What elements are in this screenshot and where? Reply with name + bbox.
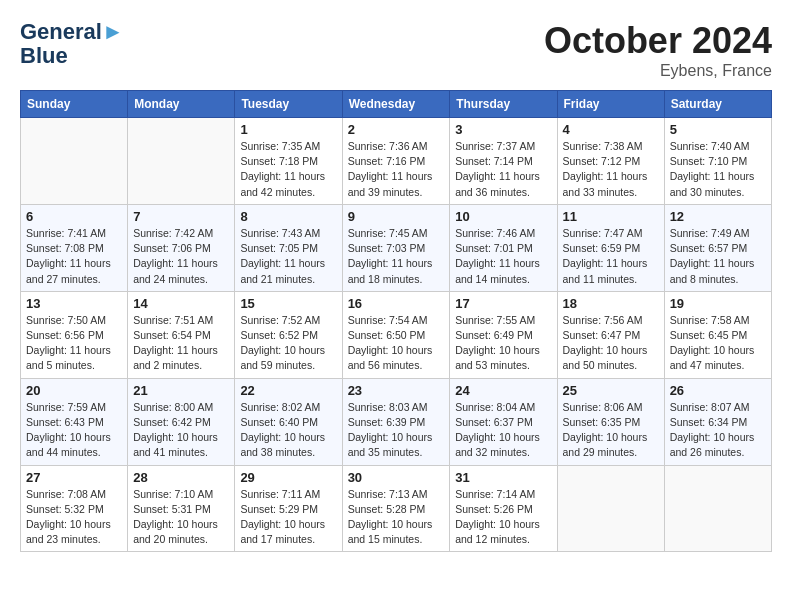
calendar-cell: 29Sunrise: 7:11 AMSunset: 5:29 PMDayligh… bbox=[235, 465, 342, 552]
calendar-cell: 4Sunrise: 7:38 AMSunset: 7:12 PMDaylight… bbox=[557, 118, 664, 205]
day-number: 12 bbox=[670, 209, 766, 224]
calendar-cell: 19Sunrise: 7:58 AMSunset: 6:45 PMDayligh… bbox=[664, 291, 771, 378]
day-number: 27 bbox=[26, 470, 122, 485]
calendar-cell bbox=[557, 465, 664, 552]
calendar-cell: 23Sunrise: 8:03 AMSunset: 6:39 PMDayligh… bbox=[342, 378, 450, 465]
day-number: 22 bbox=[240, 383, 336, 398]
calendar-cell: 20Sunrise: 7:59 AMSunset: 6:43 PMDayligh… bbox=[21, 378, 128, 465]
week-row-5: 27Sunrise: 7:08 AMSunset: 5:32 PMDayligh… bbox=[21, 465, 772, 552]
calendar-cell: 22Sunrise: 8:02 AMSunset: 6:40 PMDayligh… bbox=[235, 378, 342, 465]
day-number: 17 bbox=[455, 296, 551, 311]
calendar-cell: 9Sunrise: 7:45 AMSunset: 7:03 PMDaylight… bbox=[342, 204, 450, 291]
day-number: 30 bbox=[348, 470, 445, 485]
day-number: 13 bbox=[26, 296, 122, 311]
day-info: Sunrise: 7:49 AMSunset: 6:57 PMDaylight:… bbox=[670, 226, 766, 287]
title-block: October 2024 Eybens, France bbox=[544, 20, 772, 80]
day-info: Sunrise: 7:56 AMSunset: 6:47 PMDaylight:… bbox=[563, 313, 659, 374]
calendar-header-row: SundayMondayTuesdayWednesdayThursdayFrid… bbox=[21, 91, 772, 118]
calendar-cell: 17Sunrise: 7:55 AMSunset: 6:49 PMDayligh… bbox=[450, 291, 557, 378]
calendar-cell: 13Sunrise: 7:50 AMSunset: 6:56 PMDayligh… bbox=[21, 291, 128, 378]
col-header-saturday: Saturday bbox=[664, 91, 771, 118]
day-info: Sunrise: 8:07 AMSunset: 6:34 PMDaylight:… bbox=[670, 400, 766, 461]
calendar-cell bbox=[664, 465, 771, 552]
day-number: 14 bbox=[133, 296, 229, 311]
week-row-3: 13Sunrise: 7:50 AMSunset: 6:56 PMDayligh… bbox=[21, 291, 772, 378]
day-number: 24 bbox=[455, 383, 551, 398]
day-info: Sunrise: 7:13 AMSunset: 5:28 PMDaylight:… bbox=[348, 487, 445, 548]
day-info: Sunrise: 7:08 AMSunset: 5:32 PMDaylight:… bbox=[26, 487, 122, 548]
day-info: Sunrise: 7:11 AMSunset: 5:29 PMDaylight:… bbox=[240, 487, 336, 548]
month-title: October 2024 bbox=[544, 20, 772, 62]
day-number: 26 bbox=[670, 383, 766, 398]
day-number: 5 bbox=[670, 122, 766, 137]
calendar-cell: 1Sunrise: 7:35 AMSunset: 7:18 PMDaylight… bbox=[235, 118, 342, 205]
day-info: Sunrise: 7:54 AMSunset: 6:50 PMDaylight:… bbox=[348, 313, 445, 374]
calendar-cell: 11Sunrise: 7:47 AMSunset: 6:59 PMDayligh… bbox=[557, 204, 664, 291]
week-row-1: 1Sunrise: 7:35 AMSunset: 7:18 PMDaylight… bbox=[21, 118, 772, 205]
day-info: Sunrise: 7:14 AMSunset: 5:26 PMDaylight:… bbox=[455, 487, 551, 548]
day-number: 7 bbox=[133, 209, 229, 224]
col-header-tuesday: Tuesday bbox=[235, 91, 342, 118]
day-number: 6 bbox=[26, 209, 122, 224]
day-number: 20 bbox=[26, 383, 122, 398]
calendar-cell: 8Sunrise: 7:43 AMSunset: 7:05 PMDaylight… bbox=[235, 204, 342, 291]
day-number: 18 bbox=[563, 296, 659, 311]
day-number: 15 bbox=[240, 296, 336, 311]
day-info: Sunrise: 7:55 AMSunset: 6:49 PMDaylight:… bbox=[455, 313, 551, 374]
col-header-monday: Monday bbox=[128, 91, 235, 118]
calendar-cell: 28Sunrise: 7:10 AMSunset: 5:31 PMDayligh… bbox=[128, 465, 235, 552]
day-number: 25 bbox=[563, 383, 659, 398]
day-info: Sunrise: 8:03 AMSunset: 6:39 PMDaylight:… bbox=[348, 400, 445, 461]
calendar-cell: 18Sunrise: 7:56 AMSunset: 6:47 PMDayligh… bbox=[557, 291, 664, 378]
day-info: Sunrise: 7:42 AMSunset: 7:06 PMDaylight:… bbox=[133, 226, 229, 287]
col-header-friday: Friday bbox=[557, 91, 664, 118]
calendar-cell: 30Sunrise: 7:13 AMSunset: 5:28 PMDayligh… bbox=[342, 465, 450, 552]
calendar-cell: 3Sunrise: 7:37 AMSunset: 7:14 PMDaylight… bbox=[450, 118, 557, 205]
day-number: 19 bbox=[670, 296, 766, 311]
day-number: 8 bbox=[240, 209, 336, 224]
day-info: Sunrise: 7:41 AMSunset: 7:08 PMDaylight:… bbox=[26, 226, 122, 287]
calendar-cell: 21Sunrise: 8:00 AMSunset: 6:42 PMDayligh… bbox=[128, 378, 235, 465]
col-header-sunday: Sunday bbox=[21, 91, 128, 118]
day-number: 29 bbox=[240, 470, 336, 485]
calendar-cell: 16Sunrise: 7:54 AMSunset: 6:50 PMDayligh… bbox=[342, 291, 450, 378]
calendar-cell: 10Sunrise: 7:46 AMSunset: 7:01 PMDayligh… bbox=[450, 204, 557, 291]
page-header: General►Blue October 2024 Eybens, France bbox=[20, 20, 772, 80]
calendar-cell: 5Sunrise: 7:40 AMSunset: 7:10 PMDaylight… bbox=[664, 118, 771, 205]
day-info: Sunrise: 8:00 AMSunset: 6:42 PMDaylight:… bbox=[133, 400, 229, 461]
day-info: Sunrise: 7:46 AMSunset: 7:01 PMDaylight:… bbox=[455, 226, 551, 287]
day-number: 2 bbox=[348, 122, 445, 137]
calendar-cell: 14Sunrise: 7:51 AMSunset: 6:54 PMDayligh… bbox=[128, 291, 235, 378]
calendar-cell: 31Sunrise: 7:14 AMSunset: 5:26 PMDayligh… bbox=[450, 465, 557, 552]
calendar-cell: 24Sunrise: 8:04 AMSunset: 6:37 PMDayligh… bbox=[450, 378, 557, 465]
day-number: 21 bbox=[133, 383, 229, 398]
day-info: Sunrise: 7:38 AMSunset: 7:12 PMDaylight:… bbox=[563, 139, 659, 200]
calendar-cell: 15Sunrise: 7:52 AMSunset: 6:52 PMDayligh… bbox=[235, 291, 342, 378]
calendar-cell bbox=[128, 118, 235, 205]
calendar-cell: 26Sunrise: 8:07 AMSunset: 6:34 PMDayligh… bbox=[664, 378, 771, 465]
calendar-body: 1Sunrise: 7:35 AMSunset: 7:18 PMDaylight… bbox=[21, 118, 772, 552]
calendar-cell: 12Sunrise: 7:49 AMSunset: 6:57 PMDayligh… bbox=[664, 204, 771, 291]
day-info: Sunrise: 7:37 AMSunset: 7:14 PMDaylight:… bbox=[455, 139, 551, 200]
calendar-table: SundayMondayTuesdayWednesdayThursdayFrid… bbox=[20, 90, 772, 552]
day-info: Sunrise: 8:04 AMSunset: 6:37 PMDaylight:… bbox=[455, 400, 551, 461]
week-row-2: 6Sunrise: 7:41 AMSunset: 7:08 PMDaylight… bbox=[21, 204, 772, 291]
day-number: 4 bbox=[563, 122, 659, 137]
calendar-cell: 7Sunrise: 7:42 AMSunset: 7:06 PMDaylight… bbox=[128, 204, 235, 291]
day-info: Sunrise: 7:43 AMSunset: 7:05 PMDaylight:… bbox=[240, 226, 336, 287]
day-number: 3 bbox=[455, 122, 551, 137]
day-number: 1 bbox=[240, 122, 336, 137]
day-number: 16 bbox=[348, 296, 445, 311]
calendar-cell bbox=[21, 118, 128, 205]
location-title: Eybens, France bbox=[544, 62, 772, 80]
day-info: Sunrise: 7:50 AMSunset: 6:56 PMDaylight:… bbox=[26, 313, 122, 374]
calendar-cell: 6Sunrise: 7:41 AMSunset: 7:08 PMDaylight… bbox=[21, 204, 128, 291]
day-info: Sunrise: 7:47 AMSunset: 6:59 PMDaylight:… bbox=[563, 226, 659, 287]
day-number: 28 bbox=[133, 470, 229, 485]
day-info: Sunrise: 7:45 AMSunset: 7:03 PMDaylight:… bbox=[348, 226, 445, 287]
calendar-cell: 27Sunrise: 7:08 AMSunset: 5:32 PMDayligh… bbox=[21, 465, 128, 552]
day-number: 23 bbox=[348, 383, 445, 398]
col-header-thursday: Thursday bbox=[450, 91, 557, 118]
week-row-4: 20Sunrise: 7:59 AMSunset: 6:43 PMDayligh… bbox=[21, 378, 772, 465]
day-number: 11 bbox=[563, 209, 659, 224]
